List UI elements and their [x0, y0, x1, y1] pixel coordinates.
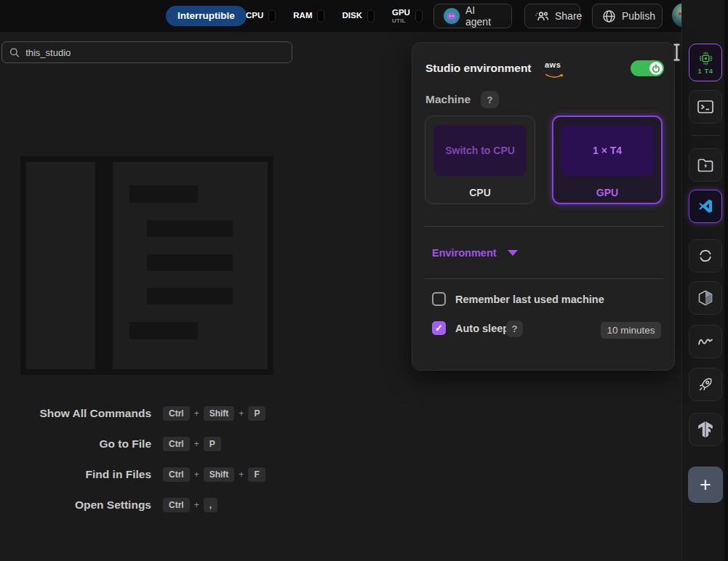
ram-meter-bar — [317, 9, 324, 23]
cpu-meter[interactable]: CPU — [246, 9, 276, 23]
vscode-icon — [697, 198, 714, 215]
share-button[interactable]: Share — [524, 4, 580, 28]
terminal-icon — [697, 99, 714, 115]
key-badge: P — [204, 437, 221, 451]
tensorboard-button[interactable] — [689, 413, 722, 446]
gpu-meter[interactable]: GPU UTIL — [392, 8, 423, 24]
deploy-button[interactable] — [689, 368, 722, 401]
disk-meter-label: DISK — [342, 11, 361, 20]
key-badge: Ctrl — [163, 498, 190, 512]
cube-icon — [697, 289, 714, 307]
editor-skeleton-graphic — [20, 156, 273, 375]
remember-machine-label: Remember last used machine — [455, 294, 604, 305]
restart-arcs-icon — [697, 247, 714, 265]
key-separator: + — [239, 408, 244, 419]
disk-meter[interactable]: DISK — [342, 9, 374, 23]
gpu-chip-icon — [698, 51, 713, 66]
share-label: Share — [555, 10, 582, 22]
shortcut-keys: Ctrl + P — [163, 437, 221, 451]
wandb-icon — [697, 334, 714, 349]
auto-sleep-help-button[interactable]: ? — [506, 320, 523, 337]
remember-machine-checkbox[interactable] — [432, 292, 446, 306]
environment-power-toggle[interactable] — [631, 60, 664, 76]
search-input[interactable] — [25, 47, 284, 58]
auto-sleep-checkbox[interactable] — [432, 321, 446, 335]
key-separator: + — [239, 469, 244, 480]
gpu-card-label: GPU — [596, 187, 618, 198]
tensorflow-icon — [697, 421, 713, 437]
restart-session-button[interactable] — [689, 239, 722, 273]
file-manager-button[interactable] — [689, 148, 722, 182]
shortcut-keys: Ctrl + , — [163, 498, 217, 512]
machine-section-label: Machine — [425, 93, 471, 106]
shortcut-keys: Ctrl + Shift + F — [163, 467, 265, 482]
skeleton-bar — [147, 288, 233, 304]
ibeam-cursor — [672, 43, 681, 62]
add-plugin-button[interactable]: + — [688, 467, 723, 503]
shortcut-label: Go to File — [22, 437, 151, 451]
power-icon — [652, 64, 660, 73]
cpu-card-label: CPU — [469, 187, 491, 198]
sidebar-scroll-track[interactable] — [724, 0, 728, 561]
cpu-meter-bar — [268, 9, 276, 23]
gpu-meter-sublabel: UTIL — [392, 17, 410, 24]
ai-agent-label: AI agent — [465, 4, 502, 28]
auto-sleep-duration-button[interactable]: 10 minutes — [601, 322, 661, 339]
studio-environment-panel: Studio environment aws Machine ? Switch … — [412, 42, 675, 371]
panel-divider — [425, 278, 663, 279]
search-bar[interactable] — [1, 41, 292, 63]
switch-to-cpu-button[interactable]: Switch to CPU — [433, 125, 527, 176]
terminal-button[interactable] — [689, 90, 722, 124]
chevron-down-icon — [508, 250, 518, 256]
auto-sleep-row: Auto sleep — [432, 321, 509, 335]
top-bar: Interruptible CPU RAM DISK GPU UTIL — [0, 0, 728, 32]
disk-meter-bar — [367, 9, 375, 23]
resource-meters: CPU RAM DISK GPU UTIL — [246, 0, 423, 32]
interruptible-badge[interactable]: Interruptible — [166, 6, 247, 26]
shortcut-row-go-to-file: Go to File Ctrl + P — [22, 436, 269, 452]
aws-smile-icon — [545, 73, 564, 79]
shortcut-label: Find in Files — [22, 468, 151, 481]
app-window: Interruptible CPU RAM DISK GPU UTIL — [0, 0, 728, 561]
skeleton-bar — [147, 254, 233, 271]
shortcut-row-show-all-commands: Show All Commands Ctrl + Shift + P — [22, 405, 269, 421]
publish-label: Publish — [622, 10, 655, 22]
ai-agent-button[interactable]: AI agent — [433, 4, 512, 28]
shortcut-row-open-settings: Open Settings Ctrl + , — [22, 497, 269, 513]
search-icon — [9, 47, 20, 58]
key-badge: Ctrl — [163, 406, 190, 421]
environment-dropdown[interactable]: Environment — [432, 247, 518, 259]
welcome-shortcuts: Show All Commands Ctrl + Shift + P Go to… — [22, 405, 269, 528]
ram-meter[interactable]: RAM — [293, 9, 324, 23]
toggle-knob — [649, 62, 663, 75]
skeleton-bar — [147, 220, 233, 237]
shortcut-label: Show All Commands — [22, 407, 151, 420]
panel-divider — [425, 226, 663, 227]
auto-sleep-label: Auto sleep — [455, 323, 509, 334]
key-separator: + — [194, 408, 199, 419]
skeleton-content-column — [113, 162, 268, 369]
gpu-meter-labels: GPU UTIL — [392, 8, 410, 24]
wandb-button[interactable] — [689, 325, 722, 358]
panel-title: Studio environment — [425, 62, 532, 75]
key-badge: Shift — [204, 467, 235, 482]
gpu-machine-value[interactable]: 1 × T4 — [561, 125, 654, 176]
key-badge: Ctrl — [163, 467, 190, 482]
gpu-meter-bar — [415, 9, 423, 23]
machine-help-button[interactable]: ? — [481, 91, 499, 108]
skeleton-bar — [129, 322, 198, 339]
vscode-button[interactable] — [689, 190, 722, 223]
gpu-monitor-button[interactable]: 1 T4 — [689, 44, 722, 81]
publish-button[interactable]: Publish — [592, 4, 663, 28]
gpu-button-badge: 1 T4 — [697, 67, 713, 75]
key-badge: F — [248, 467, 265, 482]
shortcut-label: Open Settings — [22, 499, 151, 512]
folder-bolt-icon — [697, 157, 714, 173]
key-badge: Ctrl — [163, 437, 190, 451]
aws-logo: aws — [545, 61, 564, 82]
gpu-machine-card-selected[interactable]: 1 × T4 GPU — [552, 116, 663, 204]
packages-button[interactable] — [689, 281, 722, 315]
cpu-machine-card[interactable]: Switch to CPU CPU — [425, 116, 535, 204]
rocket-icon — [697, 376, 714, 393]
skeleton-bar — [129, 185, 198, 203]
